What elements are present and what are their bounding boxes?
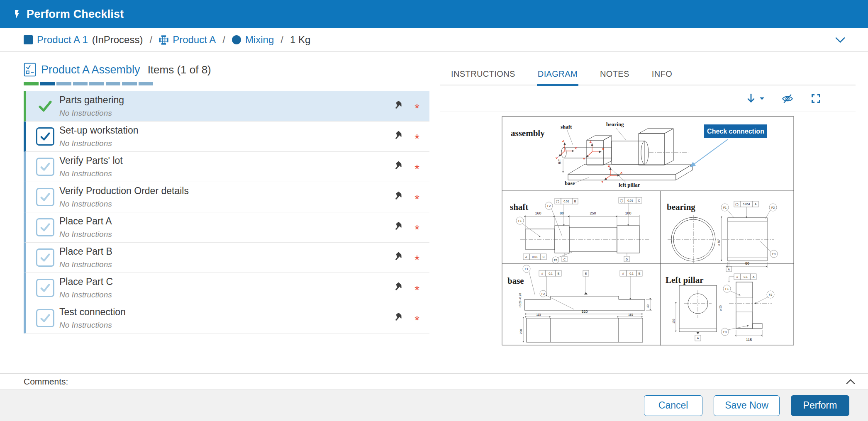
svg-text://: // [541, 272, 543, 275]
item-checkbox[interactable] [36, 248, 54, 267]
checklist-item[interactable]: Set-up workstation No Instructions * [24, 122, 429, 152]
checklist-panel: Product A Assembly Items (1 of 8) Parts … [24, 52, 429, 373]
svg-text:0.004: 0.004 [743, 203, 750, 206]
checklist-icon [24, 63, 36, 77]
svg-text://: // [736, 275, 738, 278]
svg-text:Y: Y [601, 180, 604, 184]
checklist-item[interactable]: Parts gathering No Instructions * [24, 91, 429, 122]
item-checkbox[interactable] [36, 97, 54, 115]
svg-text:D: D [625, 258, 627, 261]
item-label: Place Part B [59, 246, 112, 257]
download-icon [746, 93, 756, 105]
required-asterisk: * [414, 221, 419, 234]
svg-text:◯: ◯ [556, 200, 559, 203]
page-title: Perform Checklist [27, 8, 124, 21]
tab-instructions[interactable]: INSTRUCTIONS [450, 67, 516, 86]
action-footer: Cancel Save Now Perform [0, 390, 868, 421]
item-instructions: No Instructions [59, 290, 113, 299]
item-label: Parts gathering [59, 95, 124, 106]
bolt-icon [12, 9, 22, 19]
required-asterisk: * [414, 251, 419, 264]
svg-text:F1: F1 [518, 219, 521, 222]
svg-text:F2: F2 [547, 204, 550, 207]
item-label: Verify Parts' lot [59, 155, 123, 166]
item-checkbox[interactable] [36, 279, 54, 297]
tab-notes[interactable]: NOTES [599, 67, 630, 86]
fullscreen-icon [810, 93, 822, 104]
manual-perform-hand-icon[interactable] [391, 221, 404, 234]
svg-text:⌀ 50: ⌀ 50 [717, 240, 720, 246]
chevron-up-icon [846, 379, 856, 385]
item-instructions: No Instructions [59, 260, 112, 269]
svg-text:RF: RF [558, 159, 562, 164]
material-icon [159, 35, 168, 45]
breadcrumb-link-product-a[interactable]: Product A [173, 34, 216, 46]
checklist-item[interactable]: Test connection No Instructions * [24, 303, 429, 333]
checklist-item[interactable]: Verify Parts' lot No Instructions * [24, 152, 429, 182]
progress-segment [89, 82, 104, 85]
svg-text:115: 115 [746, 338, 751, 342]
progress-segment [122, 82, 137, 85]
svg-text:80: 80 [745, 261, 749, 265]
svg-text:F3: F3 [553, 259, 557, 262]
svg-text:B: B [574, 200, 576, 203]
manual-perform-hand-icon[interactable] [391, 312, 404, 325]
fullscreen-button[interactable] [809, 91, 823, 106]
required-asterisk: * [414, 312, 419, 324]
comments-expand-button[interactable] [844, 377, 857, 387]
manual-perform-hand-icon[interactable] [391, 191, 404, 204]
svg-text:155: 155 [672, 319, 675, 324]
item-label: Verify Production Order details [59, 185, 189, 197]
tab-diagram[interactable]: DIAGRAM [537, 67, 578, 86]
svg-text:F1: F1 [725, 287, 728, 290]
checklist-title: Product A Assembly [41, 63, 140, 76]
item-instructions: No Instructions [59, 230, 112, 239]
svg-text:80: 80 [559, 211, 563, 215]
svg-text:E: E [638, 272, 640, 275]
attachment-viewer-panel: INSTRUCTIONSDIAGRAMNOTESINFO [440, 52, 856, 373]
item-checkbox[interactable] [36, 188, 54, 206]
svg-text:185: 185 [628, 313, 633, 316]
breadcrumb-link-product-a-1[interactable]: Product A 1 [37, 34, 88, 46]
tab-info[interactable]: INFO [651, 67, 673, 86]
svg-text:520: 520 [581, 309, 588, 314]
breadcrumb-expand-button[interactable] [832, 34, 848, 46]
required-asterisk: * [414, 282, 419, 294]
item-instructions: No Instructions [59, 139, 138, 148]
svg-text:115: 115 [536, 313, 541, 316]
hide-annotations-button[interactable] [779, 91, 796, 106]
svg-text:X: X [620, 171, 623, 175]
item-checkbox[interactable] [36, 218, 54, 236]
item-checkbox[interactable] [36, 309, 54, 327]
manual-perform-hand-icon[interactable] [391, 282, 404, 294]
main-content: Product A Assembly Items (1 of 8) Parts … [0, 52, 868, 373]
required-asterisk: * [414, 130, 419, 143]
save-now-button[interactable]: Save Now [714, 395, 780, 416]
svg-text:F1: F1 [524, 268, 528, 270]
manual-perform-hand-icon[interactable] [391, 161, 404, 173]
manual-perform-hand-icon[interactable] [391, 100, 404, 113]
checklist-item[interactable]: Place Part A No Instructions * [24, 212, 429, 243]
item-checkbox[interactable] [36, 127, 54, 146]
cancel-button[interactable]: Cancel [644, 395, 702, 416]
manual-perform-hand-icon[interactable] [391, 251, 404, 264]
progress-bar [24, 82, 153, 85]
checklist-item[interactable]: Verify Production Order details No Instr… [24, 182, 429, 212]
download-button[interactable] [744, 91, 766, 106]
eye-off-icon [780, 93, 795, 105]
manual-perform-hand-icon[interactable] [391, 130, 404, 143]
breadcrumb-item-step: Mixing [232, 34, 274, 46]
comments-label: Comments: [24, 377, 68, 387]
perform-button[interactable]: Perform [791, 395, 849, 416]
svg-text:Y: Y [583, 157, 585, 161]
svg-text:C: C [542, 256, 544, 258]
checklist-item[interactable]: Place Part B No Instructions * [24, 243, 429, 273]
breadcrumb-link-mixing[interactable]: Mixing [245, 34, 274, 46]
checklist-item[interactable]: Place Part C No Instructions * [24, 273, 429, 303]
items-counter: Items (1 of 8) [148, 63, 211, 76]
required-asterisk: * [414, 100, 419, 112]
svg-text:0.1: 0.1 [629, 272, 634, 275]
svg-text:40: 40 [646, 304, 649, 308]
item-checkbox[interactable] [36, 158, 54, 176]
svg-text:A: A [728, 268, 730, 271]
